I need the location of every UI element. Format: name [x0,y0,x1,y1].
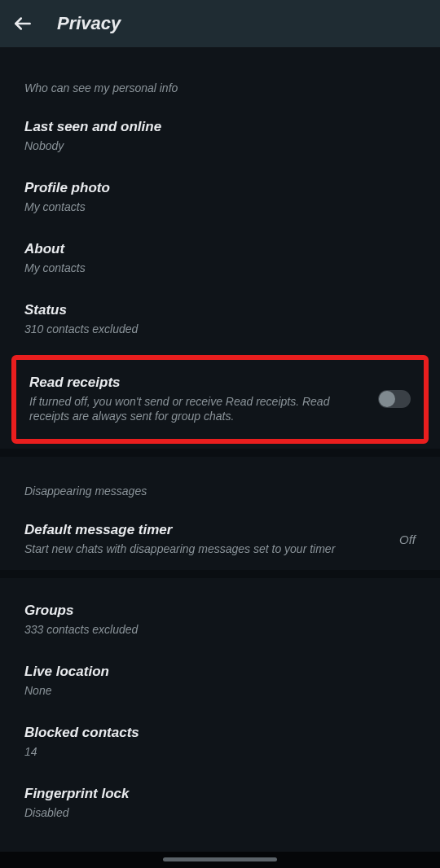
item-subtitle: 310 contacts excluded [24,322,416,337]
timer-value: Off [399,533,416,546]
item-default-message-timer[interactable]: Default message timer Start new chats wi… [0,509,440,570]
item-title: Last seen and online [24,119,416,135]
item-about[interactable]: About My contacts [0,228,440,289]
item-title: Groups [24,603,416,619]
item-subtitle: None [24,683,416,699]
item-title: Live location [24,664,416,680]
item-live-location[interactable]: Live location None [0,651,440,712]
divider [0,449,440,457]
item-title: Default message timer [24,522,399,538]
item-read-receipts[interactable]: Read receipts If turned off, you won't s… [16,360,424,440]
item-title: About [24,241,416,257]
item-title: Status [24,302,416,318]
item-subtitle: My contacts [24,261,416,276]
item-status[interactable]: Status 310 contacts excluded [0,289,440,350]
item-title: Read receipts [29,375,365,391]
item-subtitle: My contacts [24,199,416,215]
divider [0,570,440,578]
item-profile-photo[interactable]: Profile photo My contacts [0,167,440,228]
back-icon[interactable] [11,12,34,35]
item-subtitle: Start new chats with disappearing messag… [24,541,399,557]
content: Who can see my personal info Last seen a… [0,47,440,834]
toggle-knob [379,391,395,407]
highlight-read-receipts: Read receipts If turned off, you won't s… [11,355,429,445]
item-subtitle: Nobody [24,138,416,154]
item-title: Fingerprint lock [24,786,416,802]
item-groups[interactable]: Groups 333 contacts excluded [0,590,440,651]
read-receipts-toggle[interactable] [378,390,411,408]
nav-bar-area [0,852,440,868]
section-header-personal: Who can see my personal info [0,54,440,106]
section-header-disappearing: Disappearing messages [0,457,440,509]
item-title: Profile photo [24,180,416,196]
app-bar: Privacy [0,0,440,47]
item-title: Blocked contacts [24,725,416,741]
item-subtitle: If turned off, you won't send or receive… [29,394,365,425]
nav-handle[interactable] [163,857,277,861]
item-fingerprint-lock[interactable]: Fingerprint lock Disabled [0,773,440,834]
page-title: Privacy [57,13,121,34]
item-subtitle: 333 contacts excluded [24,622,416,638]
item-subtitle: 14 [24,744,416,760]
item-subtitle: Disabled [24,805,416,821]
item-blocked-contacts[interactable]: Blocked contacts 14 [0,712,440,773]
item-last-seen[interactable]: Last seen and online Nobody [0,106,440,167]
